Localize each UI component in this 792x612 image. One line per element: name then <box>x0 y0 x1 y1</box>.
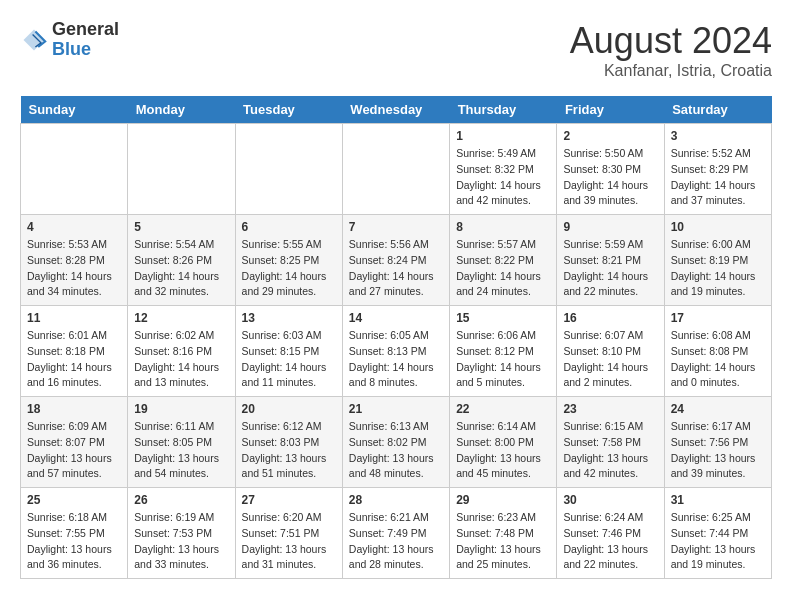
calendar-header-row: SundayMondayTuesdayWednesdayThursdayFrid… <box>21 96 772 124</box>
day-info: Sunrise: 6:18 AM Sunset: 7:55 PM Dayligh… <box>27 510 121 573</box>
logo-icon <box>20 26 48 54</box>
day-number: 6 <box>242 220 336 234</box>
calendar-cell: 11Sunrise: 6:01 AM Sunset: 8:18 PM Dayli… <box>21 306 128 397</box>
calendar-cell: 2Sunrise: 5:50 AM Sunset: 8:30 PM Daylig… <box>557 124 664 215</box>
day-number: 7 <box>349 220 443 234</box>
day-info: Sunrise: 6:20 AM Sunset: 7:51 PM Dayligh… <box>242 510 336 573</box>
calendar-day-header: Friday <box>557 96 664 124</box>
calendar-cell <box>21 124 128 215</box>
day-number: 25 <box>27 493 121 507</box>
month-year-title: August 2024 <box>570 20 772 62</box>
calendar-cell: 23Sunrise: 6:15 AM Sunset: 7:58 PM Dayli… <box>557 397 664 488</box>
calendar-cell: 12Sunrise: 6:02 AM Sunset: 8:16 PM Dayli… <box>128 306 235 397</box>
day-number: 26 <box>134 493 228 507</box>
logo: General Blue <box>20 20 119 60</box>
day-number: 3 <box>671 129 765 143</box>
calendar-day-header: Monday <box>128 96 235 124</box>
calendar-week-row: 25Sunrise: 6:18 AM Sunset: 7:55 PM Dayli… <box>21 488 772 579</box>
title-block: August 2024 Kanfanar, Istria, Croatia <box>570 20 772 80</box>
calendar-cell: 30Sunrise: 6:24 AM Sunset: 7:46 PM Dayli… <box>557 488 664 579</box>
calendar-cell <box>342 124 449 215</box>
calendar-cell: 13Sunrise: 6:03 AM Sunset: 8:15 PM Dayli… <box>235 306 342 397</box>
logo-general-text: General <box>52 20 119 40</box>
calendar-cell: 3Sunrise: 5:52 AM Sunset: 8:29 PM Daylig… <box>664 124 771 215</box>
calendar-cell <box>235 124 342 215</box>
day-info: Sunrise: 6:00 AM Sunset: 8:19 PM Dayligh… <box>671 237 765 300</box>
calendar-week-row: 11Sunrise: 6:01 AM Sunset: 8:18 PM Dayli… <box>21 306 772 397</box>
calendar-cell: 16Sunrise: 6:07 AM Sunset: 8:10 PM Dayli… <box>557 306 664 397</box>
day-number: 1 <box>456 129 550 143</box>
day-number: 19 <box>134 402 228 416</box>
day-number: 14 <box>349 311 443 325</box>
day-info: Sunrise: 6:07 AM Sunset: 8:10 PM Dayligh… <box>563 328 657 391</box>
day-info: Sunrise: 5:57 AM Sunset: 8:22 PM Dayligh… <box>456 237 550 300</box>
calendar-cell: 5Sunrise: 5:54 AM Sunset: 8:26 PM Daylig… <box>128 215 235 306</box>
calendar-cell: 27Sunrise: 6:20 AM Sunset: 7:51 PM Dayli… <box>235 488 342 579</box>
day-number: 22 <box>456 402 550 416</box>
calendar-week-row: 18Sunrise: 6:09 AM Sunset: 8:07 PM Dayli… <box>21 397 772 488</box>
day-info: Sunrise: 5:55 AM Sunset: 8:25 PM Dayligh… <box>242 237 336 300</box>
day-number: 17 <box>671 311 765 325</box>
day-info: Sunrise: 6:17 AM Sunset: 7:56 PM Dayligh… <box>671 419 765 482</box>
calendar-cell: 20Sunrise: 6:12 AM Sunset: 8:03 PM Dayli… <box>235 397 342 488</box>
day-number: 29 <box>456 493 550 507</box>
day-info: Sunrise: 6:19 AM Sunset: 7:53 PM Dayligh… <box>134 510 228 573</box>
calendar-day-header: Tuesday <box>235 96 342 124</box>
day-number: 15 <box>456 311 550 325</box>
day-info: Sunrise: 6:21 AM Sunset: 7:49 PM Dayligh… <box>349 510 443 573</box>
calendar-cell <box>128 124 235 215</box>
day-number: 24 <box>671 402 765 416</box>
day-info: Sunrise: 6:03 AM Sunset: 8:15 PM Dayligh… <box>242 328 336 391</box>
day-number: 30 <box>563 493 657 507</box>
page-header: General Blue August 2024 Kanfanar, Istri… <box>20 20 772 80</box>
day-number: 16 <box>563 311 657 325</box>
day-number: 20 <box>242 402 336 416</box>
day-info: Sunrise: 6:12 AM Sunset: 8:03 PM Dayligh… <box>242 419 336 482</box>
calendar-cell: 9Sunrise: 5:59 AM Sunset: 8:21 PM Daylig… <box>557 215 664 306</box>
day-info: Sunrise: 6:14 AM Sunset: 8:00 PM Dayligh… <box>456 419 550 482</box>
day-info: Sunrise: 6:06 AM Sunset: 8:12 PM Dayligh… <box>456 328 550 391</box>
day-info: Sunrise: 5:56 AM Sunset: 8:24 PM Dayligh… <box>349 237 443 300</box>
calendar-day-header: Sunday <box>21 96 128 124</box>
day-number: 12 <box>134 311 228 325</box>
calendar-cell: 21Sunrise: 6:13 AM Sunset: 8:02 PM Dayli… <box>342 397 449 488</box>
day-number: 27 <box>242 493 336 507</box>
day-info: Sunrise: 5:50 AM Sunset: 8:30 PM Dayligh… <box>563 146 657 209</box>
calendar-cell: 4Sunrise: 5:53 AM Sunset: 8:28 PM Daylig… <box>21 215 128 306</box>
day-info: Sunrise: 6:09 AM Sunset: 8:07 PM Dayligh… <box>27 419 121 482</box>
day-number: 8 <box>456 220 550 234</box>
day-number: 5 <box>134 220 228 234</box>
day-number: 18 <box>27 402 121 416</box>
calendar-cell: 29Sunrise: 6:23 AM Sunset: 7:48 PM Dayli… <box>450 488 557 579</box>
day-number: 11 <box>27 311 121 325</box>
day-number: 28 <box>349 493 443 507</box>
day-number: 10 <box>671 220 765 234</box>
day-info: Sunrise: 6:05 AM Sunset: 8:13 PM Dayligh… <box>349 328 443 391</box>
day-info: Sunrise: 6:11 AM Sunset: 8:05 PM Dayligh… <box>134 419 228 482</box>
calendar-week-row: 1Sunrise: 5:49 AM Sunset: 8:32 PM Daylig… <box>21 124 772 215</box>
logo-text: General Blue <box>52 20 119 60</box>
day-info: Sunrise: 6:08 AM Sunset: 8:08 PM Dayligh… <box>671 328 765 391</box>
day-info: Sunrise: 5:49 AM Sunset: 8:32 PM Dayligh… <box>456 146 550 209</box>
calendar-table: SundayMondayTuesdayWednesdayThursdayFrid… <box>20 96 772 579</box>
calendar-cell: 14Sunrise: 6:05 AM Sunset: 8:13 PM Dayli… <box>342 306 449 397</box>
calendar-cell: 17Sunrise: 6:08 AM Sunset: 8:08 PM Dayli… <box>664 306 771 397</box>
calendar-day-header: Saturday <box>664 96 771 124</box>
logo-blue-text: Blue <box>52 40 119 60</box>
calendar-cell: 24Sunrise: 6:17 AM Sunset: 7:56 PM Dayli… <box>664 397 771 488</box>
day-info: Sunrise: 6:13 AM Sunset: 8:02 PM Dayligh… <box>349 419 443 482</box>
day-info: Sunrise: 6:01 AM Sunset: 8:18 PM Dayligh… <box>27 328 121 391</box>
calendar-cell: 18Sunrise: 6:09 AM Sunset: 8:07 PM Dayli… <box>21 397 128 488</box>
day-info: Sunrise: 6:15 AM Sunset: 7:58 PM Dayligh… <box>563 419 657 482</box>
calendar-cell: 7Sunrise: 5:56 AM Sunset: 8:24 PM Daylig… <box>342 215 449 306</box>
day-info: Sunrise: 5:59 AM Sunset: 8:21 PM Dayligh… <box>563 237 657 300</box>
calendar-cell: 25Sunrise: 6:18 AM Sunset: 7:55 PM Dayli… <box>21 488 128 579</box>
location-subtitle: Kanfanar, Istria, Croatia <box>570 62 772 80</box>
calendar-cell: 26Sunrise: 6:19 AM Sunset: 7:53 PM Dayli… <box>128 488 235 579</box>
day-info: Sunrise: 6:02 AM Sunset: 8:16 PM Dayligh… <box>134 328 228 391</box>
day-number: 9 <box>563 220 657 234</box>
day-number: 4 <box>27 220 121 234</box>
day-info: Sunrise: 5:53 AM Sunset: 8:28 PM Dayligh… <box>27 237 121 300</box>
day-info: Sunrise: 6:23 AM Sunset: 7:48 PM Dayligh… <box>456 510 550 573</box>
calendar-cell: 8Sunrise: 5:57 AM Sunset: 8:22 PM Daylig… <box>450 215 557 306</box>
